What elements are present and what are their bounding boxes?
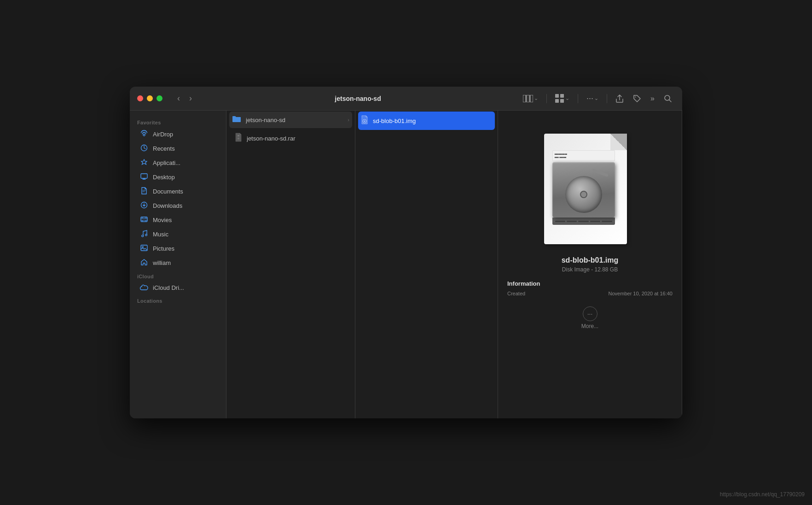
- svg-point-17: [142, 247, 144, 248]
- share-icon: [615, 94, 624, 103]
- nav-buttons: ‹ ›: [174, 92, 196, 105]
- locations-label: Locations: [130, 294, 226, 305]
- sidebar-item-downloads[interactable]: Downloads: [133, 199, 223, 213]
- sidebar-item-airdrop[interactable]: AirDrop: [133, 127, 223, 141]
- divider2: [578, 94, 578, 103]
- recents-label: Recents: [153, 145, 216, 152]
- desktop-icon: [140, 173, 148, 182]
- sidebar-item-pictures[interactable]: Pictures: [133, 241, 223, 256]
- grid-dropdown-icon: ⌄: [565, 95, 569, 101]
- titlebar: ‹ › jetson-nano-sd ⌄: [130, 87, 682, 111]
- file-sd-blob[interactable]: sd-blob-b01.img: [358, 112, 495, 130]
- sd-blob-name: sd-blob-b01.img: [373, 117, 492, 124]
- svg-point-7: [635, 96, 636, 97]
- view-dropdown-icon: ⌄: [534, 95, 538, 101]
- more-dropdown-icon: ⌄: [594, 95, 598, 101]
- airdrop-label: AirDrop: [153, 131, 216, 138]
- vent-4: [590, 221, 600, 222]
- svg-rect-4: [560, 94, 564, 98]
- maximize-button[interactable]: [157, 95, 162, 101]
- preview-info-title: Information: [507, 280, 540, 287]
- sidebar: Favorites AirDrop: [130, 111, 226, 418]
- svg-rect-3: [555, 94, 559, 98]
- archive-icon: [235, 133, 242, 144]
- sidebar-item-desktop[interactable]: Desktop: [133, 170, 223, 184]
- preview-icon-container: ■■■■■■■■■■■■ ■■■■■: [539, 120, 641, 249]
- favorites-label: Favorites: [130, 116, 226, 127]
- svg-rect-6: [560, 99, 564, 103]
- svg-point-22: [364, 121, 365, 122]
- share-button[interactable]: [613, 92, 626, 105]
- svg-rect-19: [238, 137, 239, 138]
- watermark: https://blog.csdn.net/qq_17790209: [720, 491, 805, 498]
- vent-5: [602, 221, 612, 222]
- airdrop-icon: [140, 130, 148, 139]
- hdd-arm: [592, 169, 609, 177]
- pictures-label: Pictures: [153, 245, 216, 252]
- finder-window: ‹ › jetson-nano-sd ⌄: [130, 87, 682, 418]
- column-view: jetson-nano-sd › jetson-nano-: [226, 111, 682, 418]
- cloud-icon: [140, 284, 148, 292]
- sidebar-item-applications[interactable]: Applicati...: [133, 156, 223, 170]
- folder-chevron: ›: [348, 117, 349, 123]
- svg-rect-11: [141, 174, 147, 178]
- documents-label: Documents: [153, 188, 216, 195]
- main-content: Favorites AirDrop: [130, 111, 682, 418]
- disk-image-large-icon: ■■■■■■■■■■■■ ■■■■■: [544, 124, 636, 244]
- vent-2: [567, 221, 577, 222]
- hdd-container: ■■■■■■■■■■■■ ■■■■■: [552, 150, 615, 225]
- pictures-icon: [140, 244, 148, 253]
- vent-3: [578, 221, 588, 222]
- expand-toolbar-button[interactable]: »: [648, 93, 657, 105]
- folder-icon: [232, 115, 241, 124]
- folder-jetson-nano-sd[interactable]: jetson-nano-sd ›: [229, 112, 352, 128]
- sidebar-item-music[interactable]: Music: [133, 227, 223, 241]
- hdd-bottom-bar: [552, 217, 615, 225]
- icloud-drive-label: iCloud Dri...: [153, 284, 216, 291]
- sidebar-item-icloud-drive[interactable]: iCloud Dri...: [133, 281, 223, 294]
- view-columns-button[interactable]: ⌄: [520, 93, 541, 104]
- forward-button[interactable]: ›: [186, 92, 196, 105]
- preview-created-row: Created November 10, 2020 at 16:40: [507, 291, 673, 296]
- music-icon: [140, 230, 148, 239]
- preview-panel: ■■■■■■■■■■■■ ■■■■■: [498, 111, 682, 418]
- more-button[interactable]: ··· More...: [581, 306, 598, 329]
- folder-jetson-name: jetson-nano-sd: [246, 117, 343, 123]
- svg-rect-18: [238, 135, 239, 136]
- file-jetson-rar[interactable]: jetson-nano-sd.rar: [229, 129, 352, 147]
- column-2: sd-blob-b01.img: [355, 111, 498, 418]
- downloads-icon: [140, 201, 148, 210]
- more-label: More...: [581, 323, 598, 329]
- column-1: jetson-nano-sd › jetson-nano-: [226, 111, 355, 418]
- search-icon: [664, 94, 672, 103]
- columns-icon: [523, 95, 533, 102]
- back-button[interactable]: ‹: [174, 92, 184, 105]
- applications-icon: [140, 159, 148, 167]
- sidebar-item-documents[interactable]: Documents: [133, 184, 223, 199]
- toolbar-actions: ⌄ ⌄ ··· ⌄: [520, 92, 675, 105]
- desktop-label: Desktop: [153, 174, 216, 181]
- tag-icon: [633, 94, 641, 103]
- sidebar-item-recents[interactable]: Recents: [133, 141, 223, 156]
- search-button[interactable]: [661, 93, 675, 105]
- close-button[interactable]: [137, 95, 143, 101]
- svg-rect-20: [238, 138, 239, 139]
- william-label: william: [153, 259, 216, 266]
- music-label: Music: [153, 231, 216, 238]
- sidebar-item-william[interactable]: william: [133, 256, 223, 270]
- applications-label: Applicati...: [153, 159, 216, 166]
- created-label: Created: [507, 291, 525, 296]
- more-circle-icon: ···: [583, 306, 597, 321]
- hdd-label-strip: ■■■■■■■■■■■■ ■■■■■: [552, 150, 615, 161]
- more-options-button[interactable]: ··· ⌄: [584, 92, 601, 105]
- preview-content: ■■■■■■■■■■■■ ■■■■■: [507, 120, 673, 329]
- grid-view-button[interactable]: ⌄: [552, 92, 572, 105]
- minimize-button[interactable]: [147, 95, 153, 101]
- preview-type: Disk Image - 12.88 GB: [562, 266, 618, 273]
- doc-corner: [610, 134, 627, 150]
- home-icon: [140, 258, 148, 267]
- tag-button[interactable]: [630, 93, 644, 105]
- doc-paper: ■■■■■■■■■■■■ ■■■■■: [544, 134, 627, 244]
- sidebar-item-movies[interactable]: Movies: [133, 213, 223, 227]
- svg-rect-5: [555, 99, 559, 103]
